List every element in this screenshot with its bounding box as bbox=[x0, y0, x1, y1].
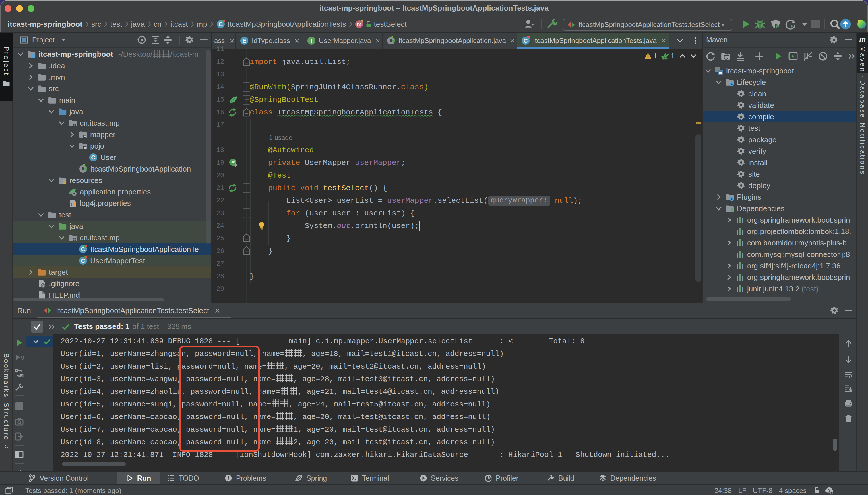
svg-text:I: I bbox=[311, 37, 312, 44]
svg-text:?: ? bbox=[828, 488, 830, 492]
svg-text:E: E bbox=[242, 37, 246, 44]
svg-text:9: 9 bbox=[21, 355, 24, 361]
svg-text:m: m bbox=[719, 70, 722, 75]
